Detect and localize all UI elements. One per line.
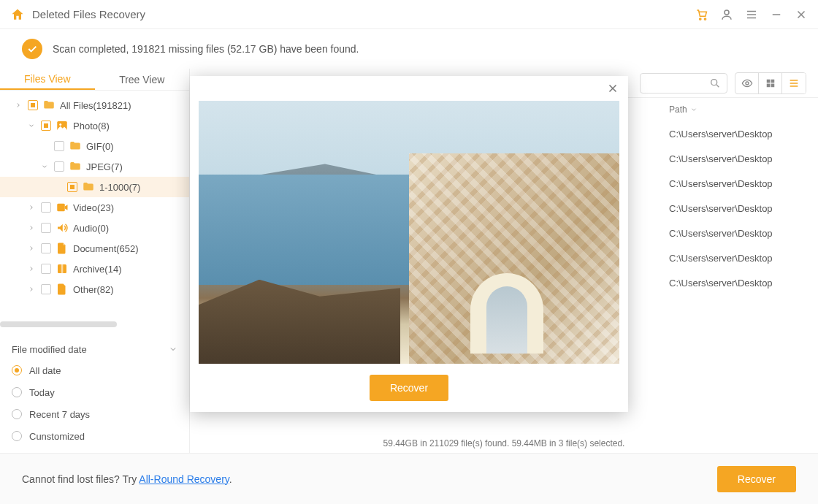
tree-row[interactable]: Photo(8) — [0, 115, 189, 136]
view-grid-button[interactable] — [759, 73, 782, 93]
folder-icon — [69, 140, 82, 153]
checkbox[interactable] — [54, 141, 64, 151]
view-tabs: Files View Tree View — [0, 69, 189, 91]
radio-icon — [12, 387, 22, 397]
tree-row[interactable]: JPEG(7) — [0, 156, 189, 177]
filter-heading: File modified date — [12, 344, 87, 355]
expand-arrow-icon[interactable] — [13, 100, 23, 110]
scan-status-text: Scan completed, 191821 missing files (52… — [53, 43, 359, 55]
path-cell: C:\Users\server\Desktop — [669, 203, 773, 214]
tree-label: Other(82) — [73, 284, 114, 295]
video-icon — [56, 201, 69, 214]
path-cell: C:\Users\server\Desktop — [669, 178, 773, 189]
expand-arrow-icon[interactable] — [39, 161, 50, 172]
tree-row[interactable]: Other(82) — [0, 279, 189, 299]
checkbox[interactable] — [41, 223, 51, 233]
svg-rect-9 — [766, 79, 770, 83]
expand-arrow-icon[interactable] — [26, 202, 37, 213]
audio-icon — [56, 221, 69, 234]
window-controls — [695, 8, 808, 21]
app-title: Deleted Files Recovery — [32, 8, 695, 20]
tree-row[interactable]: Audio(0) — [0, 218, 189, 238]
checkbox[interactable] — [54, 161, 64, 172]
minimize-icon[interactable] — [770, 8, 783, 21]
path-cell: C:\Users\server\Desktop — [669, 278, 773, 289]
recover-button[interactable]: Recover — [717, 466, 796, 492]
checkbox[interactable] — [41, 202, 51, 213]
svg-point-4 — [59, 123, 61, 126]
tree-row[interactable]: Archive(14) — [0, 259, 189, 279]
all-round-recovery-link[interactable]: All-Round Recovery — [139, 473, 229, 485]
cart-icon[interactable] — [695, 8, 708, 21]
expand-arrow-icon[interactable] — [39, 141, 50, 151]
filter-label: All date — [29, 365, 61, 376]
footer: Cannot find lost files? Try All-Round Re… — [0, 453, 818, 504]
scrollbar-stub[interactable] — [0, 321, 117, 327]
tab-files-view[interactable]: Files View — [0, 69, 95, 90]
filter-heading-row[interactable]: File modified date — [12, 339, 177, 359]
path-cell: C:\Users\server\Desktop — [669, 153, 773, 164]
view-list-button[interactable] — [782, 73, 806, 93]
expand-arrow-icon[interactable] — [26, 121, 37, 131]
radio-icon — [12, 365, 22, 375]
other-icon — [56, 283, 69, 296]
chevron-down-icon — [690, 106, 697, 113]
expand-arrow-icon[interactable] — [26, 264, 37, 274]
checkbox[interactable] — [41, 284, 51, 294]
user-icon[interactable] — [720, 8, 733, 21]
svg-rect-11 — [766, 83, 770, 87]
home-icon[interactable] — [10, 7, 25, 22]
filter-label: Cunstomized — [29, 431, 85, 442]
filter-option[interactable]: Today — [12, 381, 177, 403]
filter-label: Today — [29, 387, 55, 398]
folder-icon — [82, 180, 95, 194]
sidebar: Files View Tree View All Files(191821)Ph… — [0, 69, 190, 453]
svg-point-0 — [700, 18, 701, 19]
tree-row[interactable]: All Files(191821) — [0, 95, 189, 115]
view-preview-button[interactable] — [735, 73, 759, 93]
tree-row[interactable]: 1-1000(7) — [0, 177, 189, 197]
svg-rect-5 — [57, 204, 65, 212]
column-path[interactable]: Path — [669, 104, 771, 115]
filter-panel: File modified date All dateTodayRecent 7… — [0, 333, 189, 453]
filter-option[interactable]: Cunstomized — [12, 425, 177, 447]
search-input[interactable] — [640, 73, 727, 93]
filter-option[interactable]: Recent 7 days — [12, 403, 177, 425]
close-icon[interactable] — [795, 8, 808, 21]
tree-label: Document(652) — [73, 243, 139, 254]
checkbox[interactable] — [28, 100, 38, 110]
tree-label: All Files(191821) — [60, 100, 131, 111]
filter-option[interactable]: All date — [12, 359, 177, 381]
expand-arrow-icon[interactable] — [26, 243, 37, 253]
tree-label: Photo(8) — [73, 121, 110, 131]
checkbox[interactable] — [67, 182, 77, 192]
expand-arrow-icon[interactable] — [26, 223, 37, 233]
path-cell: C:\Users\server\Desktop — [669, 228, 773, 239]
checkbox[interactable] — [41, 243, 51, 253]
check-badge-icon — [22, 39, 42, 59]
modal-recover-button[interactable]: Recover — [370, 375, 448, 401]
menu-icon[interactable] — [745, 8, 758, 21]
checkbox[interactable] — [41, 264, 51, 274]
svg-rect-10 — [771, 79, 774, 83]
hint-text: Cannot find lost files? Try All-Round Re… — [22, 473, 232, 485]
radio-icon — [12, 409, 22, 419]
tree-row[interactable]: Video(23) — [0, 197, 189, 218]
checkbox[interactable] — [41, 121, 51, 131]
search-icon — [709, 77, 721, 89]
expand-arrow-icon[interactable] — [53, 182, 63, 192]
svg-rect-6 — [58, 264, 66, 273]
folder-icon — [42, 99, 56, 112]
expand-arrow-icon[interactable] — [26, 284, 37, 294]
view-toggle — [735, 72, 806, 94]
tree-row[interactable]: GIF(0) — [0, 136, 189, 156]
scan-status-bar: Scan completed, 191821 missing files (52… — [0, 29, 818, 69]
tree-label: Video(23) — [73, 202, 114, 213]
svg-point-7 — [711, 79, 717, 85]
tree-row[interactable]: Document(652) — [0, 238, 189, 259]
close-icon[interactable] — [606, 82, 619, 95]
document-icon — [56, 242, 69, 255]
tab-tree-view[interactable]: Tree View — [95, 69, 190, 90]
preview-modal: Recover — [190, 76, 628, 412]
svg-point-1 — [704, 18, 706, 19]
